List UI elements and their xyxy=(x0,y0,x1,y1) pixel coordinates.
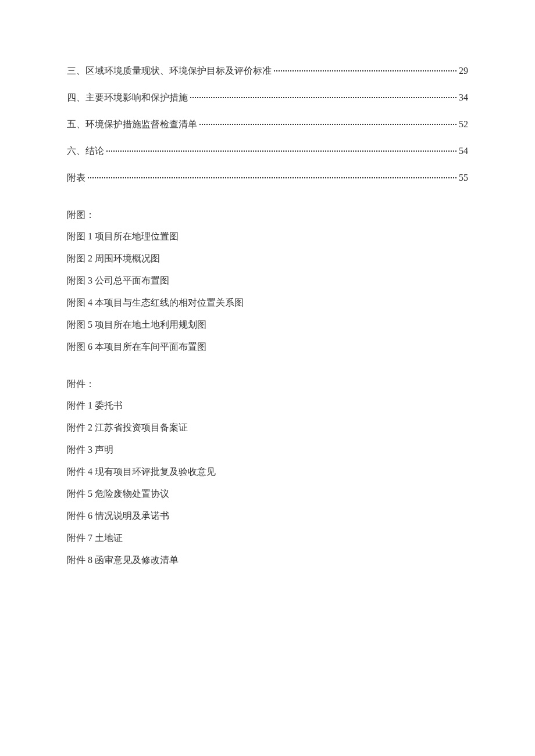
toc-page-number: 54 xyxy=(459,144,468,158)
list-item: 附件 1 委托书 xyxy=(67,399,468,413)
list-item: 附图 2 周围环境概况图 xyxy=(67,252,468,266)
list-item: 附件 8 函审意见及修改清单 xyxy=(67,553,468,567)
toc-page-number: 55 xyxy=(459,171,468,185)
figures-list: 附图 1 项目所在地理位置图 附图 2 周围环境概况图 附图 3 公司总平面布置… xyxy=(67,230,468,354)
toc-row: 六、结论 54 xyxy=(67,144,468,158)
toc-label: 五、环境保护措施监督检查清单 xyxy=(67,117,197,131)
toc-dot-leader xyxy=(199,124,456,125)
toc-label: 四、主要环境影响和保护措施 xyxy=(67,91,188,105)
toc-row: 附表 55 xyxy=(67,171,468,185)
list-item: 附件 6 情况说明及承诺书 xyxy=(67,509,468,523)
toc-dot-leader xyxy=(106,151,456,152)
toc-row: 五、环境保护措施监督检查清单 52 xyxy=(67,117,468,131)
toc-dot-leader xyxy=(274,70,456,71)
toc-label: 附表 xyxy=(67,171,85,185)
toc-row: 四、主要环境影响和保护措施 34 xyxy=(67,91,468,105)
toc-page-number: 34 xyxy=(459,91,468,105)
toc-label: 六、结论 xyxy=(67,144,104,158)
toc-label: 三、区域环境质量现状、环境保护目标及评价标准 xyxy=(67,64,272,78)
list-item: 附件 5 危险废物处置协议 xyxy=(67,487,468,501)
attachments-list: 附件 1 委托书 附件 2 江苏省投资项目备案证 附件 3 声明 附件 4 现有… xyxy=(67,399,468,567)
toc-dot-leader xyxy=(88,177,456,178)
toc-row: 三、区域环境质量现状、环境保护目标及评价标准 29 xyxy=(67,64,468,78)
toc-page-number: 29 xyxy=(459,64,468,78)
list-item: 附件 3 声明 xyxy=(67,443,468,457)
list-item: 附图 6 本项目所在车间平面布置图 xyxy=(67,340,468,354)
list-item: 附图 4 本项目与生态红线的相对位置关系图 xyxy=(67,296,468,310)
list-item: 附图 5 项目所在地土地利用规划图 xyxy=(67,318,468,332)
toc-dot-leader xyxy=(190,97,456,98)
toc-section: 三、区域环境质量现状、环境保护目标及评价标准 29 四、主要环境影响和保护措施 … xyxy=(67,64,468,185)
list-item: 附件 7 土地证 xyxy=(67,531,468,545)
document-page: 三、区域环境质量现状、环境保护目标及评价标准 29 四、主要环境影响和保护措施 … xyxy=(0,0,535,567)
toc-page-number: 52 xyxy=(459,117,468,131)
attachments-heading: 附件： xyxy=(67,378,468,390)
list-item: 附图 1 项目所在地理位置图 xyxy=(67,230,468,243)
list-item: 附件 2 江苏省投资项目备案证 xyxy=(67,421,468,435)
list-item: 附件 4 现有项目环评批复及验收意见 xyxy=(67,465,468,479)
list-item: 附图 3 公司总平面布置图 xyxy=(67,274,468,288)
figures-heading: 附图： xyxy=(67,209,468,221)
